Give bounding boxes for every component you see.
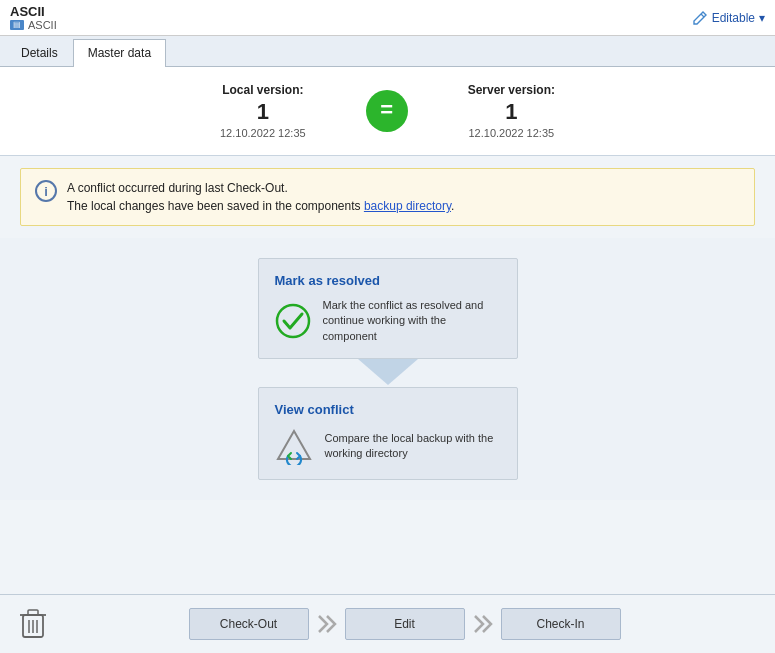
view-conflict-desc: Compare the local backup with the workin…	[325, 431, 501, 462]
edit-button[interactable]: Edit	[345, 608, 465, 640]
mark-resolved-card[interactable]: Mark as resolved Mark the conflict as re…	[258, 258, 518, 359]
svg-rect-5	[28, 610, 38, 615]
info-banner: i A conflict occurred during last Check-…	[20, 168, 755, 226]
mark-resolved-desc: Mark the conflict as resolved and contin…	[323, 298, 501, 344]
version-row: Local version: 1 12.10.2022 12:35 = Serv…	[0, 67, 775, 156]
arrow-sep-1	[309, 606, 345, 642]
info-line2-text: The local changes have been saved in the…	[67, 199, 364, 213]
main-content: Mark as resolved Mark the conflict as re…	[0, 238, 775, 500]
title-left: ASCII ▤ ASCII	[10, 4, 57, 31]
tab-bar: Details Master data	[0, 36, 775, 67]
equals-icon: =	[366, 90, 408, 132]
svg-marker-1	[358, 359, 418, 385]
view-conflict-body: Compare the local backup with the workin…	[275, 427, 501, 465]
app-subtitle: ▤ ASCII	[10, 19, 57, 31]
equals-symbol: =	[380, 99, 393, 121]
view-conflict-card[interactable]: View conflict Compare the local backup w…	[258, 387, 518, 480]
server-version-number: 1	[468, 99, 555, 125]
check-in-button[interactable]: Check-In	[501, 608, 621, 640]
tab-details[interactable]: Details	[6, 39, 73, 66]
workflow-buttons: Check-Out Edit Check-In	[189, 606, 621, 642]
arrow-sep-2	[465, 606, 501, 642]
trash-icon	[19, 607, 47, 641]
mark-resolved-title: Mark as resolved	[275, 273, 501, 288]
svg-point-0	[277, 305, 309, 337]
local-version-label: Local version:	[220, 83, 306, 97]
server-version-date: 12.10.2022 12:35	[468, 127, 555, 139]
info-line1: A conflict occurred during last Check-Ou…	[67, 179, 454, 197]
server-version-label: Server version:	[468, 83, 555, 97]
bottom-bar: Check-Out Edit Check-In	[0, 594, 775, 653]
local-version-number: 1	[220, 99, 306, 125]
server-version-block: Server version: 1 12.10.2022 12:35	[468, 83, 555, 139]
local-version-date: 12.10.2022 12:35	[220, 127, 306, 139]
backup-directory-link[interactable]: backup directory	[364, 199, 451, 213]
check-out-button[interactable]: Check-Out	[189, 608, 309, 640]
svg-marker-2	[278, 431, 310, 459]
recycle-compare-icon	[275, 427, 313, 465]
app-title: ASCII	[10, 4, 57, 19]
arrow-divider	[258, 359, 518, 387]
pencil-icon	[692, 10, 708, 26]
view-conflict-title: View conflict	[275, 402, 501, 417]
local-version-block: Local version: 1 12.10.2022 12:35	[220, 83, 306, 139]
editable-label: Editable	[712, 11, 755, 25]
info-icon: i	[35, 180, 57, 202]
ascii-icon: ▤	[10, 20, 24, 30]
double-chevron-right-icon-1	[313, 610, 341, 638]
editable-button[interactable]: Editable ▾	[692, 10, 765, 26]
chevron-down-icon	[358, 359, 418, 387]
title-bar: ASCII ▤ ASCII Editable ▾	[0, 0, 775, 36]
trash-button[interactable]	[16, 605, 50, 643]
info-line2: The local changes have been saved in the…	[67, 197, 454, 215]
subtitle-label: ASCII	[28, 19, 57, 31]
dropdown-arrow-icon: ▾	[759, 11, 765, 25]
double-chevron-right-icon-2	[469, 610, 497, 638]
check-circle-icon	[275, 303, 311, 339]
tab-master-data[interactable]: Master data	[73, 39, 166, 67]
info-text: A conflict occurred during last Check-Ou…	[67, 179, 454, 215]
info-line2-end: .	[451, 199, 454, 213]
mark-resolved-body: Mark the conflict as resolved and contin…	[275, 298, 501, 344]
